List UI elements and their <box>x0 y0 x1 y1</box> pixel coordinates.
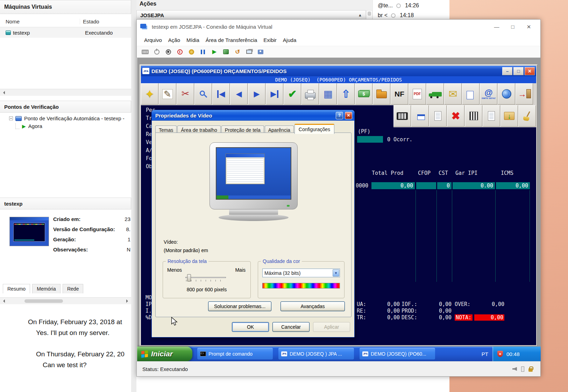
sefaz-button[interactable]: @EMITE SEFAZ <box>480 83 497 105</box>
confirm-button[interactable]: ✔ <box>284 83 301 105</box>
vms-scrollbar[interactable] <box>0 89 131 96</box>
cell-icms[interactable]: 0,00 <box>496 182 530 189</box>
actions-group-josejpa[interactable]: JOSEJPA ▲ <box>136 10 366 20</box>
battery-icon[interactable] <box>521 366 524 372</box>
resolution-slider[interactable] <box>185 273 226 283</box>
security-alert-icon[interactable]: ✕ <box>497 351 503 357</box>
chevron-down-icon[interactable]: ▼ <box>333 269 339 277</box>
advanced-button[interactable]: Avançadas <box>281 301 345 311</box>
demo-titlebar[interactable]: JPA DEMO (JOSEQ) (PO600PED) ORÇAMENTOS/P… <box>141 66 536 76</box>
apply-button[interactable]: Aplicar <box>313 322 350 332</box>
minimize-button[interactable]: — <box>489 22 505 32</box>
cell-cfop[interactable] <box>416 182 436 189</box>
scroll-left-icon[interactable] <box>1 91 5 94</box>
start-button[interactable]: ▶ <box>210 48 219 56</box>
menu-acao[interactable]: Ação <box>165 35 183 45</box>
slider-handle[interactable] <box>187 274 191 281</box>
start-button[interactable]: Iniciar <box>137 347 192 361</box>
menu-area-de-transferencia[interactable]: Área de Transferência <box>203 35 261 45</box>
chat-message-row[interactable]: @te... 14:26 <box>378 1 447 10</box>
prev-button[interactable]: ◀ <box>230 83 248 105</box>
mail-button[interactable]: ✉ <box>444 83 462 105</box>
cancel-button[interactable]: Cancelar <box>272 322 310 332</box>
dialog-titlebar[interactable]: Propriedades de Vídeo ? ✕ <box>152 110 354 121</box>
maximize-button[interactable]: □ <box>513 67 524 75</box>
vmconnect-titlebar[interactable]: testexp em JOSEJPA - Conexão de Máquina … <box>137 20 540 34</box>
ok-button[interactable]: OK <box>232 322 269 332</box>
lock-icon[interactable] <box>528 368 533 372</box>
globe-button[interactable] <box>498 83 515 105</box>
menu-midia[interactable]: Mídia <box>183 35 203 45</box>
help-button[interactable]: ? <box>336 112 343 119</box>
last-button[interactable]: ▶ <box>266 83 283 105</box>
folder-button[interactable] <box>373 83 390 105</box>
pause-button[interactable] <box>199 48 207 56</box>
receive-button[interactable]: ↓ <box>500 105 518 127</box>
menu-exibir[interactable]: Exibir <box>260 35 280 45</box>
vm-thumbnail[interactable] <box>9 217 49 246</box>
color-quality-dropdown[interactable]: Máxima (32 bits) ▼ <box>262 269 340 277</box>
tab-resumo[interactable]: Resumo <box>3 284 30 293</box>
maximize-button[interactable]: □ <box>505 22 521 32</box>
scroll-left-icon[interactable] <box>1 299 5 303</box>
checkpoint-root-item[interactable]: Ponto de Verificação Automática - testex… <box>9 115 131 121</box>
speaker-icon[interactable] <box>512 367 517 371</box>
money-button[interactable]: $ <box>355 83 372 105</box>
barcode-button[interactable] <box>393 105 411 127</box>
close-button[interactable]: ✕ <box>525 67 535 75</box>
chat-message-row[interactable]: br < 14:18 <box>378 11 447 20</box>
cell-gar-ipi[interactable]: 0.00 <box>453 182 495 189</box>
taskbar-item-cmd[interactable]: C:\ Prompt de comando <box>197 348 273 359</box>
tab-configuracoes[interactable]: Configurações <box>294 124 334 134</box>
calc-button[interactable]: ▦ <box>319 83 337 105</box>
tab-rede[interactable]: Rede <box>63 284 83 293</box>
enhanced-session-button[interactable] <box>256 48 265 56</box>
bars-button[interactable] <box>465 105 482 127</box>
first-button[interactable]: ◀ <box>212 83 230 105</box>
collapse-up-icon[interactable]: ▲ <box>358 13 362 17</box>
pdf-button[interactable]: PDF <box>409 83 426 105</box>
screens-button[interactable] <box>245 48 253 56</box>
search-button[interactable] <box>194 83 212 105</box>
collapse-icon[interactable] <box>9 116 13 120</box>
vms-col-estado[interactable]: Estado <box>80 19 131 24</box>
windows-button[interactable] <box>411 105 429 127</box>
exit-button[interactable]: → <box>516 83 533 105</box>
tray-clock[interactable]: 00:48 <box>506 351 520 357</box>
delete-button[interactable]: ✖ <box>447 105 464 127</box>
clean-button[interactable] <box>518 105 536 127</box>
close-button[interactable]: ✕ <box>521 22 537 32</box>
export-button[interactable]: ⇧ <box>337 83 355 105</box>
language-indicator[interactable]: PT <box>482 347 488 361</box>
menu-ajuda[interactable]: Ajuda <box>280 35 299 45</box>
vm-row-testexp[interactable]: testexp Executando <box>0 27 131 38</box>
taskbar-item-demo2[interactable]: JPA DEMO (JOSEQ) (PO60... <box>360 348 435 359</box>
copy-button[interactable] <box>462 83 480 105</box>
checkpoint-button[interactable] <box>222 48 230 56</box>
vms-col-nome[interactable]: Nome <box>0 19 80 24</box>
nf-button[interactable]: NF <box>391 83 408 105</box>
input-field[interactable] <box>357 136 383 143</box>
close-button[interactable]: ✕ <box>345 112 352 119</box>
cut-button[interactable]: ✂ <box>177 83 194 105</box>
power-button[interactable] <box>152 48 161 56</box>
troubleshoot-button[interactable]: Solucionar problemas... <box>208 301 271 311</box>
truck-button[interactable] <box>426 83 444 105</box>
turn-off-button[interactable] <box>176 48 184 56</box>
menu-arquivo[interactable]: Arquivo <box>141 35 165 45</box>
minimize-button[interactable]: – <box>502 67 512 75</box>
tab-memoria[interactable]: Memória <box>32 284 60 293</box>
scroll-right-icon[interactable] <box>126 299 130 303</box>
taskbar-item-demo1[interactable]: JPA DEMO (JOSEQ ) JPA ... <box>278 348 354 359</box>
revert-button[interactable]: ↺ <box>233 48 242 56</box>
next-button[interactable]: ▶ <box>248 83 265 105</box>
report-button[interactable] <box>429 105 447 127</box>
actions-scrollbar[interactable] <box>366 10 372 20</box>
shut-down-button[interactable] <box>187 48 196 56</box>
print-button[interactable] <box>301 83 319 105</box>
edit-button[interactable]: ✎ <box>159 83 176 105</box>
ctrl-alt-del-button[interactable] <box>141 48 149 56</box>
cell-total-prod[interactable]: 0,00 <box>371 182 415 189</box>
list-button[interactable] <box>483 105 500 127</box>
stop-button[interactable] <box>164 48 172 56</box>
